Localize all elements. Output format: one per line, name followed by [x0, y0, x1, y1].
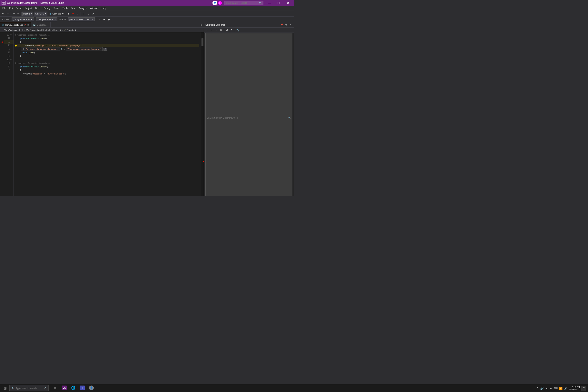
- filter-back-button[interactable]: ◀: [102, 17, 106, 22]
- se-close-button[interactable]: ✕: [288, 23, 292, 27]
- new-horizontal-tab-group-button[interactable]: ⊞: [199, 23, 204, 27]
- code-line-24: [15, 58, 199, 61]
- lifecycle-events-dropdown[interactable]: Lifecycle Events ▼: [36, 18, 58, 21]
- step-into-button[interactable]: ↘: [86, 12, 90, 16]
- debug-config-dropdown[interactable]: Debug ▼: [22, 12, 33, 16]
- chevron-down-icon: ▼: [91, 18, 93, 20]
- continue-button[interactable]: ▶ Continue ▼: [48, 12, 66, 16]
- breadcrumb-separator: ›: [62, 29, 63, 31]
- platform-dropdown[interactable]: Any CPU ▼: [34, 12, 47, 16]
- code-line-ref1: 0 references | 0 requests | 0 exceptions: [15, 33, 199, 37]
- notification-badge[interactable]: 5: [218, 1, 222, 5]
- menu-item-view[interactable]: View: [15, 6, 23, 10]
- datatip-expand-icon[interactable]: ⊞: [104, 48, 107, 50]
- menu-item-project[interactable]: Project: [23, 6, 34, 10]
- minimize-button[interactable]: —: [265, 0, 274, 6]
- menu-item-tools[interactable]: Tools: [61, 6, 70, 10]
- line-num-22: 22: [4, 47, 14, 51]
- menu-item-build[interactable]: Build: [34, 6, 42, 10]
- back-button[interactable]: ↩: [1, 12, 5, 16]
- close-tab-icon[interactable]: ✕: [27, 24, 29, 26]
- line-num-23: 23: [4, 51, 14, 54]
- scroll-track[interactable]: [201, 32, 204, 196]
- scroll-thumb[interactable]: [202, 38, 204, 46]
- code-line-20: ▶ ViewData["Message"] = "Your applicatio…: [15, 44, 199, 47]
- gutter-line-20[interactable]: ➡: [0, 40, 4, 44]
- forward-button[interactable]: ↪: [6, 12, 10, 16]
- menu-item-team[interactable]: Team: [52, 6, 61, 10]
- toolbar-separator-1: [10, 12, 11, 16]
- code-line-26: {: [15, 68, 199, 72]
- se-title: Solution Explorer: [206, 24, 280, 26]
- se-home-button[interactable]: ⌂: [214, 28, 218, 32]
- tab-homecontroller[interactable]: ⬡ HomeController.cs 📌 ✕: [0, 22, 31, 28]
- process-dropdown[interactable]: [1588] dotnet.exe ▼: [12, 18, 34, 21]
- menu-item-debug[interactable]: Debug: [42, 6, 52, 10]
- close-button[interactable]: ✕: [284, 0, 292, 6]
- pin-icon[interactable]: 📌: [24, 24, 26, 26]
- zoom-icon[interactable]: 🔍: [60, 48, 63, 50]
- breadcrumb-project[interactable]: ⬡ WebApplication6 ▼: [2, 28, 23, 31]
- fold-icon[interactable]: ▼: [10, 58, 12, 61]
- menu-item-help[interactable]: Help: [100, 6, 108, 10]
- fold-icon[interactable]: ▼: [10, 34, 12, 36]
- code-editor-container: ➡ 18▼ 19 20 21 22 23 24 25▼ 26 27 28: [0, 32, 204, 196]
- restart-button[interactable]: ↺: [76, 12, 80, 16]
- se-pin-button[interactable]: 📌: [280, 23, 284, 27]
- stop-button[interactable]: ■: [71, 12, 75, 16]
- editor-tab-bar: ⬡ HomeController.cs 📌 ✕ 🐋 Dockerfile ⊞: [0, 22, 204, 28]
- maximize-button[interactable]: ❐: [274, 0, 283, 6]
- chevron-down-icon: ▼: [30, 18, 32, 20]
- step-out-button[interactable]: ↗: [91, 12, 95, 16]
- thread-dropdown[interactable]: [1848] Worker Thread ▼: [68, 18, 95, 21]
- se-settings-button[interactable]: ⚙: [219, 28, 223, 32]
- pin-datatip-icon[interactable]: ▼: [63, 48, 65, 50]
- filter-forward-button[interactable]: ▶: [107, 17, 112, 22]
- chevron-down-icon: ▼: [62, 12, 64, 15]
- chevron-down-icon: ▼: [60, 29, 62, 31]
- code-editor[interactable]: 0 references | 0 requests | 0 exceptions…: [14, 32, 201, 196]
- line-num-24: 24: [4, 54, 14, 58]
- user-icon[interactable]: 👤: [212, 0, 217, 5]
- se-properties-button[interactable]: 🔧: [236, 28, 240, 32]
- se-float-button[interactable]: ⧉: [284, 23, 288, 27]
- solution-explorer: Solution Explorer 📌 ⧉ ✕ ← → ⌂ ⚙ ↺ ⟳ 🔧 🔍: [204, 22, 294, 196]
- se-controls: 📌 ⧉ ✕: [280, 23, 292, 27]
- gutter-line: [0, 37, 4, 40]
- quick-launch-input[interactable]: [226, 2, 259, 4]
- se-toolbar: ← → ⌂ ⚙ ↺ ⟳ 🔧: [204, 28, 294, 33]
- undo-button[interactable]: ↶: [12, 12, 16, 16]
- gutter: ➡: [0, 32, 4, 196]
- gutter-line: [0, 33, 4, 37]
- menu-item-test[interactable]: Test: [70, 6, 77, 10]
- menu-item-edit[interactable]: Edit: [8, 6, 15, 10]
- tab-dockerfile[interactable]: 🐋 Dockerfile: [31, 22, 50, 28]
- line-num-28: 28: [4, 68, 14, 72]
- datatip-box: ⊞ "Your application description page.": [21, 47, 60, 51]
- code-line-27: ViewData["Message"] = "Your contact page…: [15, 72, 199, 76]
- breadcrumb-method[interactable]: ⬡ About() ▼: [64, 28, 76, 31]
- se-search-box[interactable]: 🔍: [206, 33, 292, 196]
- se-refresh-button[interactable]: ↺: [225, 28, 229, 32]
- menu-item-analyze[interactable]: Analyze: [77, 6, 88, 10]
- chevron-down-icon: ▼: [30, 13, 32, 14]
- step-over-button[interactable]: ↓: [82, 12, 86, 16]
- pause-button[interactable]: ⏸: [66, 12, 70, 16]
- line-num-27: 27: [4, 65, 14, 68]
- menu-item-file[interactable]: File: [1, 6, 8, 10]
- cs-file-icon: ⬡: [2, 24, 4, 26]
- vs-logo: VS: [2, 1, 6, 5]
- se-sync-button[interactable]: ⟳: [230, 28, 234, 32]
- breadcrumb-class[interactable]: WebApplication6.Controllers.Hor... ▼: [26, 29, 62, 31]
- datatip-controls: 🔍 ▼: [60, 48, 65, 50]
- chevron-down-icon: ▼: [21, 29, 23, 31]
- se-back-button[interactable]: ←: [204, 28, 209, 32]
- line-num-18: 18▼: [4, 33, 14, 37]
- se-forward-button[interactable]: →: [209, 28, 214, 32]
- se-search-input[interactable]: [207, 116, 288, 119]
- quick-launch-search[interactable]: 🔍: [224, 1, 264, 5]
- redo-button[interactable]: ↷: [16, 12, 20, 16]
- filter-button[interactable]: ▼: [97, 17, 101, 22]
- toolbar-separator-2: [21, 12, 22, 16]
- menu-item-window[interactable]: Window: [88, 6, 100, 10]
